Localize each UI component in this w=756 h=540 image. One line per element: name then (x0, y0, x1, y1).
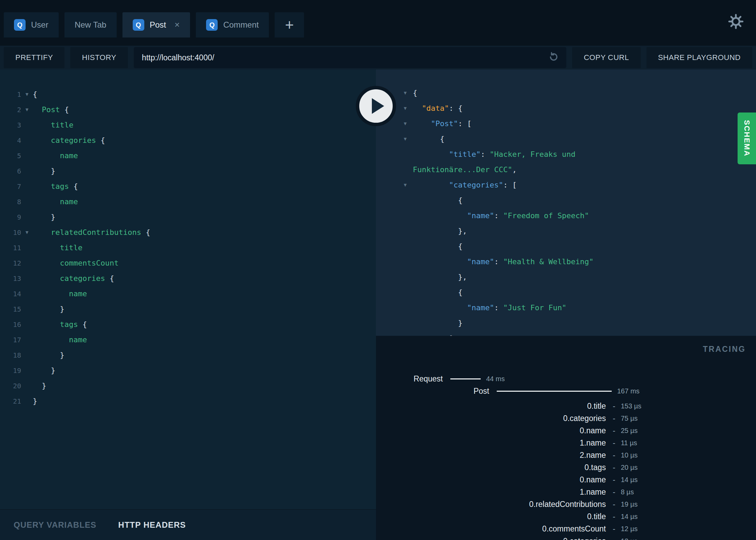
code-token: } (33, 381, 46, 390)
endpoint-url-input[interactable]: http://localhost:4000/ (134, 47, 566, 68)
tab-label: Post (150, 20, 166, 30)
code-text: } (33, 351, 64, 359)
code-text: { (413, 196, 463, 205)
http-headers-tab[interactable]: HTTP HEADERS (118, 520, 186, 530)
code-token (33, 105, 42, 114)
trace-row: 1.name-11 µs (376, 437, 756, 449)
tracing-panel: TRACING Request44 msPost167 ms0.title-15… (376, 336, 756, 540)
trace-duration: 25 µs (621, 427, 638, 435)
fold-arrow-icon[interactable]: ▾ (21, 106, 33, 113)
reset-endpoint-icon[interactable] (548, 51, 559, 64)
code-line: 13 categories { (0, 271, 376, 286)
code-token: : { (449, 104, 463, 112)
code-token: name (69, 289, 87, 298)
tab-new-tab[interactable]: New Tab (64, 12, 117, 38)
code-text: title (33, 121, 73, 129)
code-line: 21} (0, 393, 376, 409)
trace-span-name: Request (376, 374, 443, 384)
code-token (33, 182, 51, 191)
close-tab-icon[interactable]: ✕ (174, 21, 180, 29)
query-editor-pane[interactable]: 1▾{2▾ Post {3 title4 categories {5 name6… (0, 70, 376, 509)
code-line: 10▾ relatedContributions { (0, 225, 376, 240)
share-playground-button[interactable]: SHARE PLAYGROUND (646, 47, 752, 68)
execute-query-button[interactable] (356, 86, 396, 126)
code-line: "name": "Just For Fun" (376, 300, 756, 315)
trace-row: Post167 ms (376, 385, 756, 397)
schema-side-tab[interactable]: SCHEMA (738, 112, 756, 164)
code-line: "name": "Freedom of Speech" (376, 208, 756, 223)
code-text: categories { (33, 274, 114, 283)
prettify-button[interactable]: PRETTIFY (4, 47, 64, 68)
trace-dash: - (613, 487, 615, 497)
code-token: name (69, 335, 87, 344)
trace-duration: 19 µs (621, 500, 638, 508)
code-token: name (60, 197, 78, 206)
history-button[interactable]: HISTORY (70, 47, 128, 68)
code-text: { (413, 242, 463, 251)
code-line: ▾ "Post": [ (376, 116, 756, 131)
code-line: { (376, 285, 756, 300)
code-token: : (494, 211, 503, 220)
code-token: }, (413, 273, 467, 281)
code-text: "Post": [ (413, 119, 471, 128)
trace-dash: - (613, 402, 615, 411)
code-token: { (69, 182, 78, 191)
line-number: 7 (0, 182, 21, 191)
tab-comment[interactable]: QComment (196, 12, 269, 38)
code-token: "categories" (449, 181, 503, 189)
code-token: }, (413, 227, 467, 235)
code-token: { (413, 288, 463, 297)
trace-span-name: 0.relatedContributions (376, 500, 606, 509)
fold-arrow-icon[interactable]: ▾ (21, 229, 33, 236)
editor-bottom-bar: QUERY VARIABLES HTTP HEADERS (0, 509, 376, 540)
trace-row: 0.relatedContributions-19 µs (376, 498, 756, 510)
code-line: "title": "Hacker, Freaks und (376, 147, 756, 162)
line-number: 5 (0, 152, 21, 160)
code-text: name (33, 197, 78, 206)
trace-duration: 75 µs (621, 415, 638, 422)
settings-gear-icon[interactable] (727, 13, 744, 30)
code-token: } (33, 351, 64, 359)
code-token: "Health & Wellbeing" (503, 257, 594, 266)
fold-arrow-icon[interactable]: ▾ (21, 91, 33, 98)
toolbar: PRETTIFY HISTORY http://localhost:4000/ … (0, 46, 756, 70)
code-text: }, (413, 227, 467, 235)
new-tab-button[interactable]: + (275, 12, 304, 38)
trace-span-name: Post (376, 387, 489, 396)
code-line: 8 name (0, 194, 376, 209)
tracing-title: TRACING (703, 345, 746, 354)
trace-duration-bar (450, 378, 481, 379)
code-text: } (33, 397, 37, 405)
tab-label: User (31, 20, 48, 30)
line-number: 1 (0, 90, 21, 99)
line-number: 3 (0, 121, 21, 129)
code-token: "data" (422, 104, 449, 112)
trace-span-name: 0.categories (376, 537, 606, 540)
line-number: 9 (0, 213, 21, 221)
code-token: "Just For Fun" (503, 303, 566, 312)
code-line: ▾ "data": { (376, 101, 756, 116)
line-number: 12 (0, 259, 21, 267)
fold-arrow-icon[interactable]: ▾ (376, 181, 413, 189)
code-token: : [ (503, 181, 517, 189)
query-variables-tab[interactable]: QUERY VARIABLES (14, 520, 97, 530)
code-token (413, 104, 422, 112)
trace-row: 0.categories-13 µs (376, 535, 756, 540)
trace-span-name: 1.name (376, 438, 606, 448)
play-icon (372, 98, 384, 114)
code-token: : (481, 150, 490, 159)
trace-span-name: 0.tags (376, 463, 606, 472)
code-token: "Post" (431, 119, 458, 128)
tab-user[interactable]: QUser (4, 12, 59, 38)
copy-curl-button[interactable]: COPY CURL (572, 47, 640, 68)
tab-post[interactable]: QPost✕ (122, 12, 190, 38)
line-number: 8 (0, 198, 21, 206)
code-line: 20 } (0, 378, 376, 393)
code-line: "name": "Health & Wellbeing" (376, 254, 756, 269)
code-line: { (376, 193, 756, 208)
code-line: 1▾{ (0, 87, 376, 102)
line-number: 6 (0, 167, 21, 175)
tab-bar: QUserNew TabQPost✕QComment+ (0, 0, 756, 46)
trace-dash: - (613, 451, 615, 460)
fold-arrow-icon[interactable]: ▾ (376, 135, 413, 142)
